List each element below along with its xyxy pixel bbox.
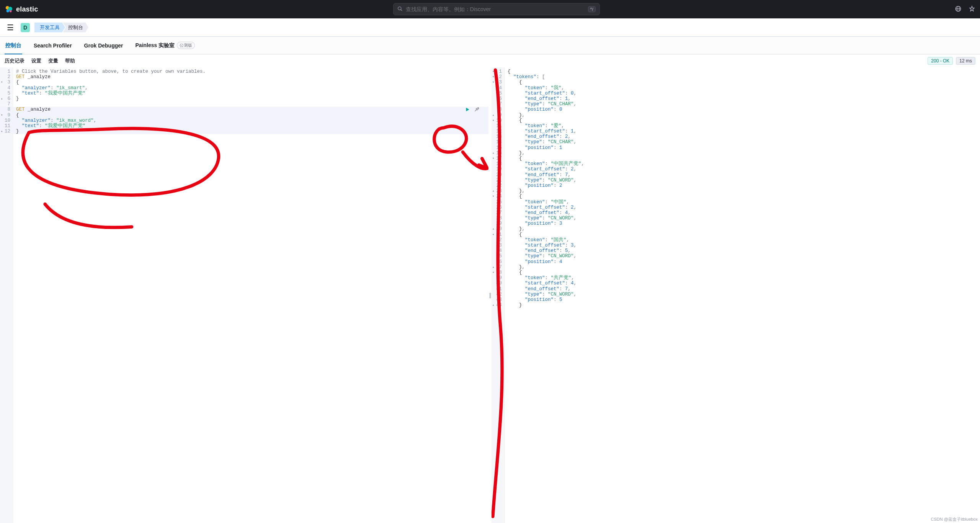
app-header: elastic ^/ <box>0 0 980 18</box>
global-search[interactable]: ^/ <box>393 3 600 15</box>
app-badge[interactable]: D <box>21 23 30 32</box>
tab-search-profiler[interactable]: Search Profiler <box>33 37 73 54</box>
tab-grok-debugger[interactable]: Grok Debugger <box>83 37 124 54</box>
newsfeed-icon[interactable] <box>955 5 962 13</box>
response-gutter: 1▾2▾3▾456789▴10▾111213141516▴17▾18192021… <box>492 67 505 523</box>
brand-logo[interactable]: elastic <box>5 5 38 13</box>
beta-badge: 公测版 <box>177 42 195 49</box>
watermark: CSDN @蓝盒子itbluebox <box>931 516 978 522</box>
response-code: { "tokens": [ { "token": "我", "start_off… <box>505 67 980 523</box>
response-time: 12 ms <box>956 57 975 65</box>
svg-point-3 <box>10 10 12 13</box>
svg-line-5 <box>400 9 402 11</box>
svg-point-4 <box>398 7 401 10</box>
request-code[interactable]: # Click the Variables button, above, to … <box>13 67 488 523</box>
breadcrumb: 开发工具 控制台 <box>34 23 88 33</box>
response-status: 200 - OK <box>928 57 953 65</box>
request-gutter: 123▾456▴789▾101112▴ <box>0 67 13 523</box>
console-toolbar: 历史记录 设置 变量 帮助 200 - OK 12 ms <box>0 54 980 67</box>
tab-painless-lab[interactable]: Painless 实验室 公测版 <box>135 37 196 54</box>
pane-splitter[interactable]: ‖ <box>488 67 492 523</box>
main-tabs: 控制台 Search Profiler Grok Debugger Painle… <box>0 37 980 54</box>
help-icon[interactable] <box>969 5 975 13</box>
toolbar-settings[interactable]: 设置 <box>31 57 41 64</box>
sub-header: ☰ D 开发工具 控制台 <box>0 18 980 37</box>
request-editor[interactable]: 123▾456▴789▾101112▴ # Click the Variable… <box>0 67 488 523</box>
svg-point-2 <box>7 10 9 12</box>
brand-text: elastic <box>16 5 38 13</box>
request-actions <box>465 107 479 114</box>
toolbar-help[interactable]: 帮助 <box>65 57 75 64</box>
search-icon <box>397 6 403 13</box>
tab-console[interactable]: 控制台 <box>5 37 22 54</box>
wrench-icon[interactable] <box>474 107 479 114</box>
search-input[interactable] <box>406 6 585 12</box>
response-viewer[interactable]: 1▾2▾3▾456789▴10▾111213141516▴17▾18192021… <box>492 67 980 523</box>
search-shortcut: ^/ <box>588 6 596 12</box>
toolbar-history[interactable]: 历史记录 <box>5 57 24 64</box>
elastic-logo-icon <box>5 5 13 13</box>
crumb-console[interactable]: 控制台 <box>63 23 88 33</box>
toolbar-variables[interactable]: 变量 <box>48 57 58 64</box>
crumb-devtools[interactable]: 开发工具 <box>34 23 65 33</box>
run-icon[interactable] <box>465 107 470 114</box>
nav-toggle-icon[interactable]: ☰ <box>5 21 16 34</box>
editor-split: 123▾456▴789▾101112▴ # Click the Variable… <box>0 67 980 523</box>
